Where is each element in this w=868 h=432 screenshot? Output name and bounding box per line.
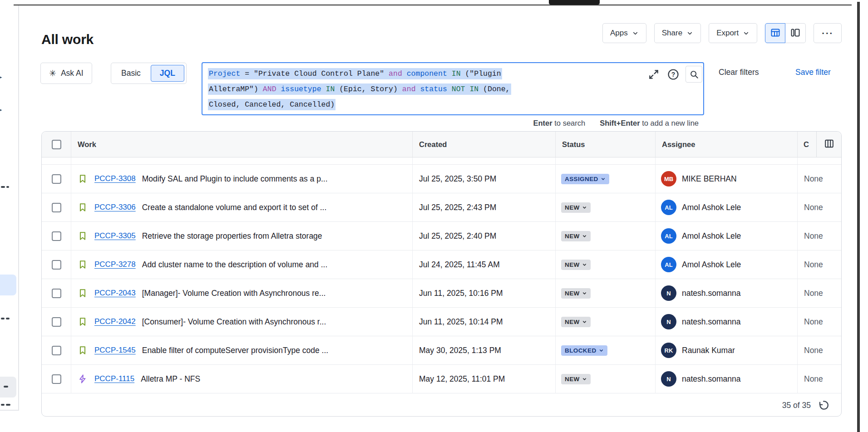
row-checkbox[interactable] (52, 374, 61, 384)
column-header-work[interactable]: Work (71, 132, 413, 157)
comments-cell: None (798, 308, 841, 336)
status-badge[interactable]: BLOCKED (561, 345, 607, 356)
share-button[interactable]: Share (654, 23, 701, 43)
status-badge[interactable]: NEW (561, 317, 591, 327)
status-label: NEW (565, 233, 580, 240)
column-header-comments-truncated[interactable]: C (798, 132, 816, 157)
status-badge[interactable]: NEW (561, 260, 591, 270)
jql-token-plain (447, 85, 452, 93)
issue-summary[interactable]: [Manager]- Volume Creation with Asynchro… (142, 289, 326, 298)
clear-filters-button[interactable]: Clear filters (719, 68, 759, 77)
column-header-created[interactable]: Created (413, 132, 556, 157)
select-all-checkbox[interactable] (52, 140, 61, 149)
view-switcher (765, 23, 806, 43)
issue-summary[interactable]: Modify SAL and Plugin to include comment… (142, 174, 328, 184)
row-checkbox-cell (42, 165, 71, 193)
hint-text: Enter (533, 119, 552, 127)
column-header-assignee[interactable]: Assignee (656, 132, 798, 157)
issue-key-link[interactable]: PCCP-1115 (94, 374, 134, 383)
row-count: 35 of 35 (782, 401, 811, 410)
created-cell: Jun 11, 2025, 10:14 PM (413, 308, 556, 336)
issue-key-link[interactable]: PCCP-3278 (94, 260, 136, 269)
chevron-down-icon (582, 319, 587, 324)
issue-summary[interactable]: Alletra MP - NFS (141, 374, 200, 384)
issue-summary[interactable]: [Consumer]- Volume Creation with Asynchr… (142, 317, 326, 327)
basic-mode-button[interactable]: Basic (111, 69, 151, 78)
detail-view-button[interactable] (785, 23, 806, 43)
jql-token-plain: AlletraMP") (209, 85, 263, 93)
issue-summary[interactable]: Add cluster name to the description of v… (142, 260, 328, 270)
row-checkbox[interactable] (52, 174, 61, 184)
refresh-icon[interactable] (818, 399, 829, 411)
story-icon (77, 202, 88, 213)
row-checkbox[interactable] (52, 260, 61, 270)
sidebar-item-fragment (6, 186, 9, 188)
jql-token-plain: ("Plugin (461, 69, 501, 78)
jql-token-plain (416, 85, 420, 93)
search-button[interactable] (686, 66, 702, 83)
table-footer: 35 of 35 (42, 393, 841, 417)
row-checkbox[interactable] (52, 346, 61, 355)
status-badge[interactable]: NEW (561, 374, 591, 384)
save-filter-button[interactable]: Save filter (795, 68, 831, 77)
row-checkbox-cell (42, 193, 71, 221)
assignee-name: natesh.somanna (682, 317, 740, 327)
work-cell: PCCP-1115Alletra MP - NFS (71, 365, 413, 393)
assignee-cell: MBMIKE BERHAN (656, 165, 798, 193)
assignee-cell: ALAmol Ashok Lele (656, 193, 798, 221)
jql-token-field: issuetype (281, 85, 321, 93)
status-cell: BLOCKED (556, 336, 656, 364)
issue-key-link[interactable]: PCCP-2043 (94, 289, 136, 298)
issue-key-link[interactable]: PCCP-3306 (94, 203, 136, 212)
assignee-cell: Nnatesh.somanna (656, 279, 798, 307)
status-label: BLOCKED (565, 347, 597, 354)
configure-columns-button[interactable] (816, 132, 841, 157)
help-icon[interactable]: ? (666, 67, 681, 82)
work-items-table: Work Created Status Assignee C PCCP-3308… (41, 131, 842, 417)
table-view-icon (770, 27, 781, 39)
export-button[interactable]: Export (709, 23, 757, 43)
issue-summary[interactable]: Create a standalone volume and export it… (142, 203, 327, 212)
assignee-name: MIKE BERHAN (682, 174, 737, 184)
status-badge[interactable]: NEW (561, 231, 591, 241)
issue-summary[interactable]: Retrieve the storage properties from All… (142, 231, 322, 241)
status-badge[interactable]: NEW (561, 202, 591, 213)
row-checkbox[interactable] (52, 231, 61, 241)
row-checkbox[interactable] (52, 289, 61, 298)
jql-mode-button[interactable]: JQL (151, 65, 184, 82)
hint-text: to search (552, 119, 585, 127)
work-cell: PCCP-3278Add cluster name to the descrip… (71, 250, 413, 279)
ask-ai-button[interactable]: ✳ Ask AI (40, 63, 92, 84)
chevron-down-icon (582, 205, 587, 210)
row-checkbox[interactable] (52, 203, 61, 212)
jql-token-field: component (407, 69, 447, 78)
status-badge[interactable]: ASSIGNED (561, 174, 609, 184)
issue-key-link[interactable]: PCCP-1545 (94, 346, 136, 355)
assignee-avatar: N (661, 314, 676, 329)
row-checkbox[interactable] (52, 317, 61, 327)
row-checkbox-cell (42, 250, 71, 279)
assignee-avatar: N (661, 285, 676, 301)
sidebar-item-hover[interactable] (0, 377, 16, 398)
issue-key-link[interactable]: PCCP-2042 (94, 317, 136, 326)
window-top-border (14, 5, 852, 5)
work-cell: PCCP-3308Modify SAL and Plugin to includ… (71, 165, 413, 193)
sidebar-item-selected[interactable] (0, 275, 16, 295)
more-actions-button[interactable]: ··· (814, 23, 842, 43)
comments-cell: None (798, 193, 841, 221)
issue-key-link[interactable]: PCCP-3308 (94, 174, 136, 183)
status-badge[interactable]: NEW (561, 288, 591, 299)
jql-token-plain: Closed, Canceled, Cancelled) (209, 100, 335, 109)
table-view-button[interactable] (765, 23, 785, 43)
sidebar-item-fragment (6, 404, 10, 406)
expand-icon[interactable] (646, 67, 661, 82)
jql-input[interactable]: Project = "Private Cloud Control Plane" … (202, 62, 704, 115)
work-cell: PCCP-2043[Manager]- Volume Creation with… (71, 279, 413, 307)
apps-button[interactable]: Apps (602, 23, 646, 43)
issue-key-link[interactable]: PCCP-3305 (94, 231, 136, 241)
column-header-status[interactable]: Status (556, 132, 656, 157)
status-cell: NEW (556, 308, 656, 336)
assignee-name: Amol Ashok Lele (682, 260, 741, 270)
issue-summary[interactable]: Enable filter of computeServer provision… (142, 346, 329, 355)
assignee-name: natesh.somanna (682, 374, 740, 384)
